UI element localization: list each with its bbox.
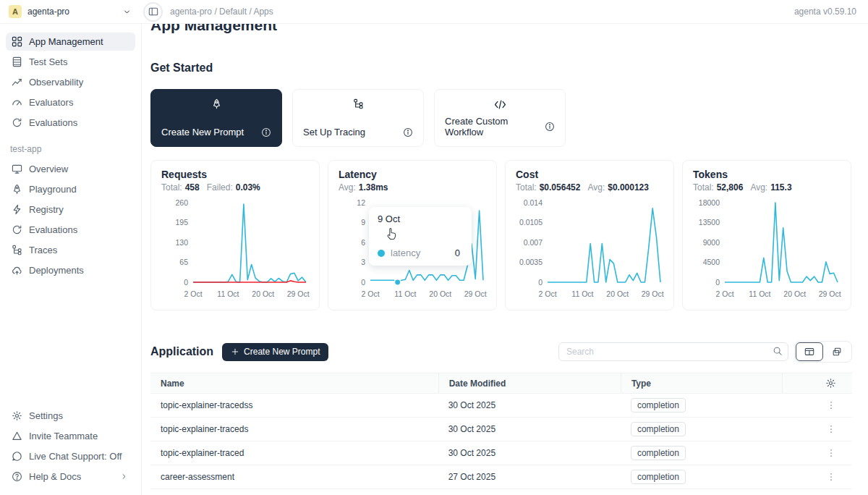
sidebar-item-overview-label: Overview (29, 164, 68, 174)
sidebar: App ManagementTest SetsObservabilityEval… (0, 24, 142, 495)
stat-value: 1.38ms (359, 182, 388, 192)
svg-text:260: 260 (175, 198, 188, 207)
metric-stat: Total:458 (161, 182, 200, 192)
svg-text:20 Oct: 20 Oct (783, 289, 806, 298)
svg-text:0.014: 0.014 (524, 198, 542, 207)
chart-canvas-tokens[interactable]: 04500900013500180002 Oct11 Oct20 Oct29 O… (693, 195, 842, 302)
get-started-card-create-new-prompt[interactable]: Create New Prompt (150, 89, 282, 147)
sidebar-item-overview[interactable]: Overview (6, 160, 135, 178)
sidebar-item-app-management-label: App Management (29, 36, 103, 47)
more-actions-icon[interactable] (826, 448, 836, 458)
breadcrumb[interactable]: agenta-pro / Default / Apps (170, 7, 273, 17)
charts-row: RequestsTotal:458Failed:0.03%06513019526… (150, 160, 852, 310)
svg-text:9: 9 (361, 218, 365, 227)
code-icon (445, 98, 555, 111)
cell-name: topic-explainer-traceds (150, 424, 438, 434)
chart-tooltip: 9 Octlatency0 (369, 207, 472, 266)
stat-label: Total: (516, 182, 537, 192)
svg-text:2 Oct: 2 Oct (715, 289, 733, 298)
sidebar-footer-list: SettingsInvite TeammateLive Chat Support… (6, 407, 135, 488)
info-icon[interactable] (403, 127, 413, 138)
evaluations-icon (12, 117, 22, 128)
svg-text:11 Oct: 11 Oct (394, 289, 416, 298)
table-row[interactable]: topic-explainer-traced30 Oct 2025complet… (150, 441, 852, 465)
search-input[interactable] (558, 342, 788, 361)
sidebar-item-invite-teammate[interactable]: Invite Teammate (6, 427, 135, 445)
card-bottom: Set Up Tracing (303, 127, 413, 138)
sidebar-main-list: App ManagementTest SetsObservabilityEval… (6, 33, 135, 134)
sidebar-item-help-docs[interactable]: Help & Docs (6, 468, 135, 486)
tooltip-date: 9 Oct (378, 213, 463, 224)
traces-icon (303, 98, 413, 109)
column-settings-gear-icon[interactable] (825, 378, 836, 389)
create-new-prompt-button[interactable]: Create New Prompt (222, 343, 328, 361)
cell-name: topic-explainer-tracedss (150, 400, 438, 410)
sidebar-item-evaluators[interactable]: Evaluators (6, 93, 135, 111)
sidebar-item-settings[interactable]: Settings (6, 407, 135, 425)
table-row[interactable]: topic-explainer-tracedss30 Oct 2025compl… (150, 394, 852, 418)
svg-text:195: 195 (175, 218, 188, 227)
search-box (558, 342, 788, 361)
testsets-icon (12, 56, 22, 67)
svg-text:0: 0 (715, 278, 720, 287)
type-badge: completion (631, 446, 686, 460)
metric-stat: Avg:1.38ms (339, 182, 388, 192)
svg-text:29 Oct: 29 Oct (642, 289, 664, 298)
metric-stats: Total:458Failed:0.03% (161, 182, 309, 192)
metric-title: Tokens (693, 169, 841, 180)
stat-label: Avg: (339, 182, 356, 192)
main-content: App Management Get Started Create New Pr… (142, 0, 868, 489)
svg-text:130: 130 (175, 238, 188, 247)
chart-canvas-cost[interactable]: 00.00350.0070.01050.0142 Oct11 Oct20 Oct… (516, 195, 665, 302)
table-view-button[interactable] (796, 342, 823, 361)
svg-text:13500: 13500 (699, 218, 720, 227)
card-label: Create Custom Workflow (445, 116, 545, 138)
svg-text:11 Oct: 11 Oct (217, 289, 239, 298)
card-view-button[interactable] (823, 342, 851, 361)
column-header-name[interactable]: Name (150, 378, 438, 389)
sidebar-item-traces[interactable]: Traces (6, 241, 135, 259)
info-icon[interactable] (545, 122, 555, 132)
workspace-selector[interactable]: A agenta-pro (0, 5, 142, 18)
svg-text:3: 3 (361, 258, 365, 266)
metric-stat: Avg:115.3 (750, 182, 791, 192)
sidebar-item-app-management[interactable]: App Management (6, 33, 135, 51)
table-view-icon (804, 347, 814, 357)
stat-label: Avg: (750, 182, 767, 192)
more-actions-icon[interactable] (826, 472, 836, 482)
chart-canvas-requests[interactable]: 0651301952602 Oct11 Oct20 Oct29 Oct (161, 195, 310, 302)
sidebar-item-live-chat-support-off-label: Live Chat Support: Off (29, 451, 122, 462)
column-header-type[interactable]: Type (621, 373, 782, 393)
more-actions-icon[interactable] (826, 400, 836, 410)
sidebar-toggle-button[interactable] (143, 2, 163, 22)
card-label: Set Up Tracing (303, 127, 365, 138)
svg-text:2 Oct: 2 Oct (184, 289, 202, 298)
search-icon[interactable] (773, 346, 783, 356)
sidebar-item-playground[interactable]: Playground (6, 180, 135, 198)
cell-type: completion (621, 422, 782, 436)
get-started-cards: Create New PromptSet Up TracingCreate Cu… (150, 89, 852, 147)
applications-table: Name Date Modified Type topic-explainer-… (150, 373, 852, 489)
get-started-card-set-up-tracing[interactable]: Set Up Tracing (292, 89, 424, 147)
column-header-date-modified[interactable]: Date Modified (438, 373, 621, 393)
table-row[interactable]: topic-explainer-traceds30 Oct 2025comple… (150, 418, 852, 441)
sidebar-item-registry[interactable]: Registry (6, 200, 135, 219)
more-actions-icon[interactable] (826, 424, 836, 434)
sidebar-item-observability[interactable]: Observability (6, 73, 135, 91)
table-row[interactable]: career-assessment27 Oct 2025completion (150, 465, 852, 489)
info-icon[interactable] (261, 127, 271, 138)
get-started-card-create-custom-workflow[interactable]: Create Custom Workflow (434, 89, 566, 147)
cell-type: completion (621, 446, 782, 460)
sidebar-item-deployments[interactable]: Deployments (6, 261, 135, 279)
card-label: Create New Prompt (161, 127, 244, 138)
stat-value: 52,806 (717, 182, 744, 192)
metric-stat: Total:52,806 (693, 182, 743, 192)
sidebar-item-live-chat-support-off[interactable]: Live Chat Support: Off (6, 447, 135, 465)
metric-card-requests: RequestsTotal:458Failed:0.03%06513019526… (150, 160, 320, 310)
sidebar-item-evaluations[interactable]: Evaluations (6, 114, 135, 132)
table-header-row: Name Date Modified Type (150, 373, 852, 394)
sidebar-item-test-sets[interactable]: Test Sets (6, 53, 135, 71)
sidebar-item-evaluations[interactable]: Evaluations (6, 221, 135, 239)
svg-text:12: 12 (357, 198, 365, 207)
sidebar-item-test-sets-label: Test Sets (29, 56, 67, 67)
